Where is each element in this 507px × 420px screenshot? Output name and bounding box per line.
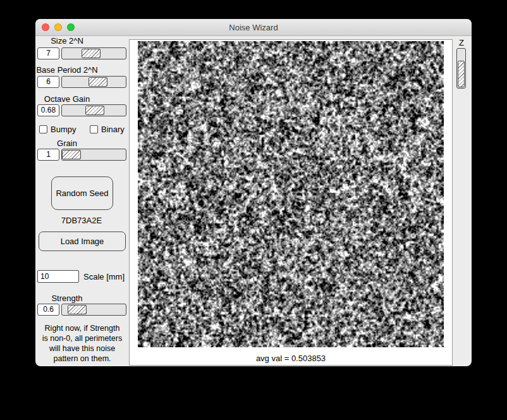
bumpy-checkbox[interactable] bbox=[39, 125, 47, 133]
grain-slider[interactable] bbox=[61, 149, 126, 161]
binary-label: Binary bbox=[101, 125, 125, 134]
size-label: Size 2^N bbox=[35, 36, 99, 46]
seed-value-text: 7DB73A2E bbox=[35, 216, 128, 225]
z-slider[interactable] bbox=[456, 48, 466, 89]
random-seed-button[interactable]: Random Seed bbox=[51, 176, 113, 210]
scale-input[interactable] bbox=[37, 270, 79, 283]
avg-value-status: avg val = 0.503853 bbox=[130, 354, 452, 363]
octave-gain-slider-thumb[interactable] bbox=[85, 106, 104, 115]
strength-value[interactable]: 0.6 bbox=[37, 304, 59, 316]
octave-gain-value[interactable]: 0.68 bbox=[37, 104, 59, 116]
octave-gain-slider[interactable] bbox=[61, 104, 126, 116]
window-title: Noise Wizard bbox=[35, 23, 472, 32]
base-period-slider[interactable] bbox=[61, 76, 126, 88]
noise-preview-panel: avg val = 0.503853 bbox=[129, 39, 453, 366]
base-period-slider-thumb[interactable] bbox=[89, 77, 107, 87]
note-line: Right now, if Strength bbox=[35, 323, 129, 333]
size-value[interactable]: 7 bbox=[37, 47, 59, 59]
note-line: will have this noise bbox=[35, 343, 129, 354]
bumpy-checkbox-group[interactable]: Bumpy bbox=[39, 125, 76, 134]
binary-checkbox-group[interactable]: Binary bbox=[90, 125, 125, 134]
strength-note: Right now, if Strength is non-0, all per… bbox=[35, 323, 129, 364]
grain-label: Grain bbox=[35, 139, 99, 148]
note-line: pattern on them. bbox=[35, 354, 129, 364]
size-slider[interactable] bbox=[61, 47, 126, 59]
base-period-label: Base Period 2^N bbox=[35, 65, 99, 75]
strength-slider-thumb[interactable] bbox=[68, 305, 87, 314]
strength-label: Strength bbox=[35, 293, 99, 303]
noise-canvas bbox=[138, 41, 444, 347]
binary-checkbox[interactable] bbox=[90, 125, 98, 133]
note-line: is non-0, all perimeters bbox=[35, 333, 129, 343]
grain-slider-thumb[interactable] bbox=[62, 150, 81, 159]
title-bar[interactable]: Noise Wizard bbox=[35, 19, 472, 36]
z-slider-thumb[interactable] bbox=[458, 61, 465, 87]
octave-gain-label: Octave Gain bbox=[35, 94, 99, 104]
grain-value[interactable]: 1 bbox=[37, 149, 59, 161]
bumpy-label: Bumpy bbox=[51, 125, 76, 134]
noise-wizard-window: Noise Wizard Size 2^N 7 Base Period 2^N … bbox=[35, 19, 472, 366]
load-image-button[interactable]: Load Image bbox=[39, 232, 126, 251]
base-period-value[interactable]: 6 bbox=[37, 76, 59, 88]
size-slider-thumb[interactable] bbox=[82, 49, 101, 58]
strength-slider[interactable] bbox=[61, 304, 126, 316]
z-axis-label: Z bbox=[454, 38, 469, 47]
scale-label: Scale [mm] bbox=[83, 272, 125, 281]
